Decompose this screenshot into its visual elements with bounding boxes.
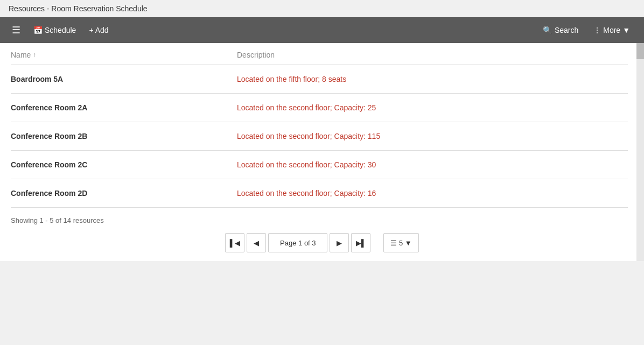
last-page-button[interactable]: ▶▌	[351, 233, 370, 252]
prev-page-button[interactable]: ◀	[247, 233, 266, 252]
first-page-button[interactable]: ▌◀	[225, 233, 244, 252]
row-name-4: Conference Room 2D	[11, 189, 237, 198]
schedule-label: Schedule	[45, 26, 76, 34]
search-icon: 🔍	[543, 26, 552, 34]
hamburger-button[interactable]: ☰	[6, 21, 26, 39]
schedule-button[interactable]: 📅 Schedule	[28, 23, 81, 38]
table-body: Boardroom 5A Located on the fifth floor;…	[11, 65, 628, 208]
more-dots-icon: ⋮	[593, 26, 601, 34]
scrollbar[interactable]	[636, 43, 644, 261]
row-name-0: Boardroom 5A	[11, 75, 237, 83]
search-label: Search	[555, 26, 578, 34]
row-description-0: Located on the fifth floor; 8 seats	[237, 75, 628, 83]
breadcrumb: Resources - Room Reservation Schedule	[0, 0, 644, 17]
row-description-3: Located on the second floor; Capacity: 3…	[237, 160, 628, 169]
more-label: More	[603, 26, 620, 34]
row-name-3: Conference Room 2C	[11, 160, 237, 169]
row-description-4: Located on the second floor; Capacity: 1…	[237, 189, 628, 198]
column-description-header[interactable]: Description	[237, 51, 628, 59]
table-row[interactable]: Conference Room 2A Located on the second…	[11, 94, 628, 122]
add-label: + Add	[89, 26, 108, 34]
table-row[interactable]: Boardroom 5A Located on the fifth floor;…	[11, 65, 628, 94]
table-row[interactable]: Conference Room 2B Located on the second…	[11, 122, 628, 151]
column-description-label: Description	[237, 51, 275, 59]
calendar-icon: 📅	[33, 26, 43, 34]
toolbar-right: 🔍 Search ⋮ More ▼	[535, 23, 638, 38]
more-chevron-icon: ▼	[622, 26, 630, 34]
breadcrumb-text: Resources - Room Reservation Schedule	[9, 4, 148, 13]
content-panel: Name ↑ Description Boardroom 5A Located …	[0, 43, 644, 208]
table-header: Name ↑ Description	[11, 43, 628, 65]
row-description-2: Located on the second floor; Capacity: 1…	[237, 132, 628, 140]
pagination: ▌◀ ◀ Page 1 of 3 ▶ ▶▌ ☰ 5 ▼	[11, 233, 633, 252]
scrollbar-thumb[interactable]	[636, 43, 644, 59]
page-label: Page 1 of 3	[268, 233, 327, 252]
row-name-2: Conference Room 2B	[11, 132, 237, 140]
search-button[interactable]: 🔍 Search	[535, 23, 586, 38]
footer: Showing 1 - 5 of 14 resources ▌◀ ◀ Page …	[0, 208, 644, 261]
add-button[interactable]: + Add	[83, 23, 114, 38]
toolbar: ☰ 📅 Schedule + Add 🔍 Search ⋮ More ▼	[0, 17, 644, 43]
column-name-label: Name	[11, 51, 31, 59]
next-page-button[interactable]: ▶	[330, 233, 349, 252]
showing-text: Showing 1 - 5 of 14 resources	[11, 216, 633, 224]
per-page-button[interactable]: ☰ 5 ▼	[383, 233, 418, 252]
more-button[interactable]: ⋮ More ▼	[586, 23, 638, 38]
sort-arrow-icon: ↑	[33, 51, 36, 59]
toolbar-left: ☰ 📅 Schedule + Add	[6, 21, 535, 39]
row-name-1: Conference Room 2A	[11, 103, 237, 112]
column-name-header[interactable]: Name ↑	[11, 51, 237, 59]
table-row[interactable]: Conference Room 2C Located on the second…	[11, 151, 628, 179]
table-row[interactable]: Conference Room 2D Located on the second…	[11, 179, 628, 208]
row-description-1: Located on the second floor; Capacity: 2…	[237, 103, 628, 112]
